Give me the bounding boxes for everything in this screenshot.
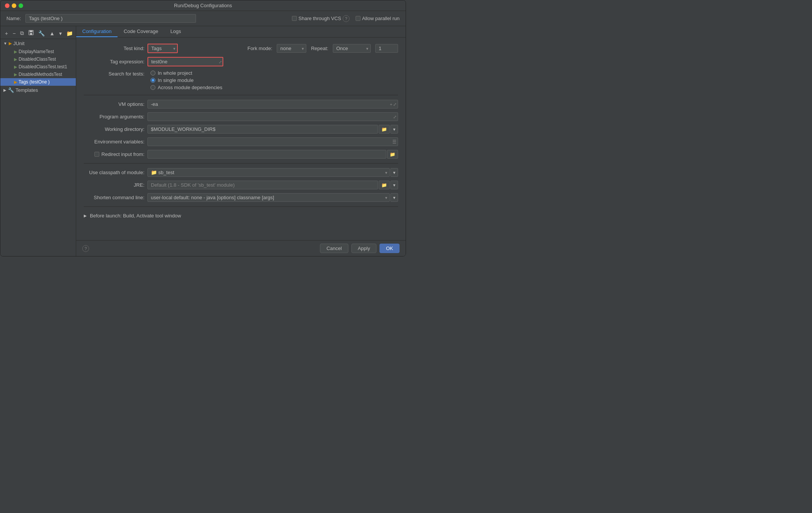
allow-parallel-label: Allow parallel run <box>362 16 400 21</box>
vm-options-input[interactable] <box>147 100 398 109</box>
test-icon-1: ▶ <box>14 49 17 54</box>
cancel-button[interactable]: Cancel <box>320 244 348 253</box>
traffic-lights <box>5 3 23 8</box>
classpath-select[interactable]: 📁 sb_test <box>147 168 390 177</box>
fork-repeat-area: Fork mode: none method class Repeat: Onc… <box>248 44 398 53</box>
redirect-input-input[interactable] <box>147 150 386 159</box>
test-kind-row: Test kind: Tags Class Method Pattern For… <box>84 44 398 53</box>
redirect-input-input-wrap: 📁 <box>147 150 398 159</box>
sidebar-item-display-name-test[interactable]: ▶ DisplayNameTest <box>0 48 76 55</box>
repeat-label: Repeat: <box>311 46 328 51</box>
minimize-button[interactable] <box>12 3 16 8</box>
working-dir-label: Working directory: <box>84 126 144 132</box>
fork-mode-label: Fork mode: <box>248 46 273 51</box>
ok-button[interactable]: OK <box>379 244 400 253</box>
before-launch-label: Before launch: Build, Activate tool wind… <box>90 213 181 219</box>
junit-group-header[interactable]: ▼ ▶ JUnit <box>0 39 76 48</box>
search-tests-radio-group: In whole project In single module Across… <box>150 70 223 90</box>
divider-1 <box>84 95 398 95</box>
env-vars-label: Environment variables: <box>84 139 144 145</box>
env-vars-row: Environment variables: ☰ <box>84 137 398 146</box>
move-up-button[interactable]: ▲ <box>48 30 56 37</box>
repeat-count-input[interactable] <box>375 44 398 53</box>
fork-mode-select[interactable]: none method class <box>277 44 306 53</box>
wrench-button[interactable]: 🔧 <box>37 30 46 37</box>
test-icon-2: ▶ <box>14 57 17 62</box>
tab-configuration[interactable]: Configuration <box>76 26 118 37</box>
tab-code-coverage[interactable]: Code Coverage <box>118 26 164 37</box>
classpath-dropdown-button[interactable]: ▾ <box>390 168 398 177</box>
window-title: Run/Debug Configurations <box>174 3 232 8</box>
working-dir-dropdown-button[interactable]: ▾ <box>390 125 398 134</box>
tab-logs[interactable]: Logs <box>164 26 187 37</box>
radio-across-dependencies[interactable]: Across module dependencies <box>150 85 223 90</box>
program-args-input-wrap: ⤢ <box>147 112 398 121</box>
jre-input[interactable] <box>147 181 378 189</box>
templates-group-header[interactable]: ▶ 🔧 Templates <box>0 86 76 94</box>
program-args-input[interactable] <box>147 112 398 121</box>
share-vcs-help-icon[interactable]: ? <box>343 15 350 22</box>
sidebar-item-label-2: DisabledClassTest <box>19 57 56 62</box>
jre-input-wrap: 📁 ▾ <box>147 181 398 189</box>
help-button[interactable]: ? <box>82 245 89 252</box>
working-dir-input[interactable] <box>147 125 378 134</box>
move-down-button[interactable]: ▾ <box>58 30 63 37</box>
repeat-select[interactable]: Once N Times Until failure <box>333 44 371 53</box>
redirect-input-checkbox[interactable] <box>94 152 99 157</box>
radio-single-module[interactable]: In single module <box>150 77 223 83</box>
allow-parallel-checkbox[interactable] <box>356 16 361 21</box>
jre-dropdown-button[interactable]: ▾ <box>390 181 398 189</box>
classpath-input-wrap: 📁 sb_test ▾ <box>147 168 398 177</box>
sidebar-item-disabled-methods-test[interactable]: ▶ DisabledMethodsTest <box>0 71 76 78</box>
repeat-select-wrapper: Once N Times Until failure <box>333 44 371 53</box>
shorten-cmd-select[interactable]: user-local default: none - java [options… <box>147 193 390 202</box>
name-input[interactable] <box>25 14 196 23</box>
junit-label: JUnit <box>13 41 25 46</box>
shorten-cmd-select-wrapper: user-local default: none - java [options… <box>147 193 390 202</box>
vm-options-expand-icon[interactable]: ⤢ <box>393 102 397 107</box>
env-vars-edit-icon[interactable]: ☰ <box>392 139 397 145</box>
radio-whole-project[interactable]: In whole project <box>150 70 223 76</box>
close-button[interactable] <box>5 3 9 8</box>
radio-single-module-label: In single module <box>158 77 194 83</box>
config-content: Test kind: Tags Class Method Pattern For… <box>76 38 406 240</box>
allow-parallel-row: Allow parallel run <box>356 16 400 21</box>
share-vcs-row: Share through VCS ? <box>292 15 350 22</box>
env-vars-input[interactable] <box>147 137 398 146</box>
fork-mode-select-wrapper: none method class <box>277 44 306 53</box>
bottom-bar: ? Cancel Apply OK <box>76 240 406 256</box>
shorten-cmd-dropdown-button[interactable]: ▾ <box>390 193 398 202</box>
jre-label: JRE: <box>84 182 144 188</box>
remove-config-button[interactable]: − <box>11 30 17 37</box>
before-launch-section[interactable]: ▶ Before launch: Build, Activate tool wi… <box>84 211 398 220</box>
search-tests-label: Search for tests: <box>84 70 144 77</box>
maximize-button[interactable] <box>19 3 23 8</box>
jre-folder-button[interactable]: 📁 <box>379 181 390 189</box>
test-kind-select[interactable]: Tags Class Method Pattern <box>147 44 178 53</box>
vm-options-add-icon[interactable]: + <box>390 102 392 107</box>
program-args-label: Program arguments: <box>84 114 144 120</box>
copy-config-button[interactable]: ⧉ <box>19 29 25 37</box>
add-config-button[interactable]: + <box>3 30 9 37</box>
folder-button[interactable]: 📁 <box>65 30 74 37</box>
share-vcs-checkbox[interactable] <box>292 16 297 21</box>
test-icon-3: ▶ <box>14 65 17 69</box>
apply-button[interactable]: Apply <box>351 244 377 253</box>
save-config-button[interactable] <box>27 29 35 37</box>
tag-expression-expand-button[interactable]: ⤢ <box>219 60 222 64</box>
tag-expression-input[interactable] <box>147 57 223 66</box>
sidebar-item-disabled-class-test-test1[interactable]: ▶ DisabledClassTest.test1 <box>0 63 76 71</box>
redirect-input-folder-button[interactable]: 📁 <box>387 150 398 159</box>
shorten-cmd-input-wrap: user-local default: none - java [options… <box>147 193 398 202</box>
name-bar: Name: Share through VCS ? Allow parallel… <box>0 11 406 26</box>
working-dir-folder-button[interactable]: 📁 <box>379 125 390 134</box>
sidebar-item-label-3: DisabledClassTest.test1 <box>19 64 67 69</box>
program-args-expand-icon[interactable]: ⤢ <box>393 114 397 119</box>
sidebar-item-tags-test-one[interactable]: ▶ Tags (testOne ) <box>0 78 76 86</box>
junit-icon: ▶ <box>9 41 12 46</box>
test-icon-5: ▶ <box>14 80 17 85</box>
sidebar-item-disabled-class-test[interactable]: ▶ DisabledClassTest <box>0 55 76 63</box>
junit-expand-arrow: ▼ <box>3 41 7 46</box>
templates-icon: 🔧 <box>8 87 14 93</box>
divider-2 <box>84 163 398 164</box>
